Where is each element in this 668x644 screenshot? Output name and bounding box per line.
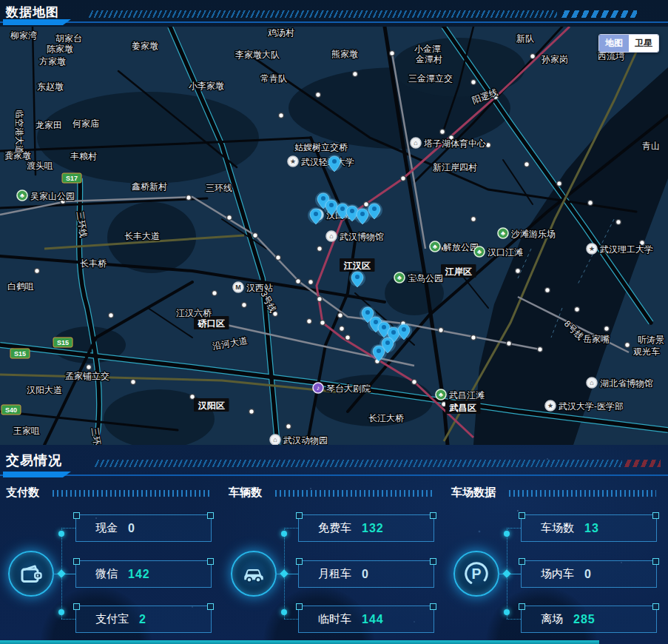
park-poi-glyph: ♣ — [501, 229, 505, 237]
metro-station-dot — [35, 269, 40, 274]
connector-node — [58, 609, 64, 615]
hatch-red-decor — [624, 460, 661, 467]
connector-line — [284, 528, 298, 529]
pin-dot — [391, 330, 396, 335]
site-poi-glyph: ⌂ — [273, 436, 277, 443]
park-poi-glyph: ♣ — [397, 274, 402, 281]
map-section-title: 数据地图 — [6, 4, 59, 21]
map-place-label: 孟家铺立交 — [65, 371, 109, 381]
stat-label: 免费车 — [318, 521, 351, 535]
map-place-label: 常青队 — [260, 73, 287, 84]
pin-dot — [314, 212, 318, 216]
metro-station-dot — [588, 201, 593, 206]
wallet-icon — [8, 551, 54, 597]
metro-station-dot — [412, 380, 417, 385]
metro-station-dot — [296, 279, 301, 284]
connector-node — [57, 569, 65, 577]
map-place-label: 岳家嘴 — [583, 334, 610, 344]
car-icon — [231, 551, 277, 597]
poi-label: 汉口江滩 — [487, 247, 523, 258]
hatch-bold-decor — [560, 10, 637, 18]
stat-box-exit-count: 离场 285 — [521, 606, 657, 633]
metro-station-dot — [524, 162, 530, 167]
poi-label: 琴台大剧院 — [326, 383, 371, 394]
map-place-label: 熊家墩 — [331, 49, 358, 59]
map-place-label: 金潭村 — [415, 54, 442, 64]
stat-box-free-car: 免费车 132 — [298, 514, 434, 542]
map-place-label: 白鹤咀 — [7, 281, 34, 292]
stat-box-inside-count: 场内车 0 — [521, 560, 657, 588]
map-place-label: 李家墩大队 — [235, 50, 280, 60]
pin-dot — [382, 325, 386, 329]
connector-node — [281, 609, 287, 615]
map-place-label: 汉阳大道 — [27, 385, 62, 395]
district-label: 汉阳区 — [198, 400, 225, 411]
school-poi-glyph: ★ — [290, 158, 296, 165]
park-poi-glyph: ♣ — [439, 391, 443, 398]
tick-decor — [275, 490, 433, 497]
metro-station-dot — [320, 321, 325, 326]
metro-station-dot — [131, 380, 136, 385]
group-title-payments: 支付数 — [6, 486, 39, 500]
map-canvas[interactable]: 江汉区江岸区硚口区汉阳区武昌区 S17S15S15S40 ♣吴家山公园♣解放公园… — [0, 27, 668, 445]
satellite-mode-button[interactable]: 卫星 — [629, 35, 658, 52]
metro-station-dot — [307, 319, 312, 324]
stat-label: 离场 — [541, 612, 563, 626]
accent-bar — [3, 19, 71, 25]
stat-label: 现金 — [95, 521, 118, 535]
map-place-label: 龙家田 — [36, 120, 62, 130]
poi-label: 吴家山公园 — [30, 191, 75, 201]
stat-value: 144 — [362, 613, 384, 626]
metro-station-dot — [276, 255, 281, 261]
map-place-label: 小金潭 — [414, 44, 441, 54]
metro-station-dot — [227, 215, 232, 221]
map-place-label: 方家墩 — [39, 56, 66, 67]
connector-line — [507, 619, 521, 620]
pin-dot — [329, 203, 334, 207]
stat-box-monthly-car: 月租车 0 — [298, 560, 434, 588]
pin-dot — [372, 207, 377, 211]
trade-section-header: 交易情况 — [0, 445, 668, 480]
stat-group-payments: 支付数 现金 0 微信 142 — [0, 480, 223, 640]
metro-station-dot — [625, 343, 630, 348]
stat-label: 支付宝 — [95, 612, 129, 626]
metro-station-dot — [440, 130, 445, 135]
metro-station-dot — [87, 365, 92, 370]
metro-station-dot — [390, 51, 395, 56]
metro-poi-glyph: M — [235, 284, 241, 291]
connector-line — [61, 619, 75, 620]
metro-station-dot — [516, 269, 521, 274]
map-place-label: 三金潭立交 — [408, 73, 453, 84]
metro-station-dot — [308, 280, 314, 285]
metro-station-dot — [557, 181, 562, 187]
metro-station-dot — [486, 143, 491, 148]
metro-station-dot — [604, 326, 610, 332]
map-place-label: 鑫桥新村 — [132, 181, 167, 192]
map-place-label: 姑嫂树立交桥 — [294, 142, 348, 152]
pin-dot — [350, 209, 354, 213]
hatch-decor — [95, 460, 622, 467]
road-badge: S15 — [14, 350, 26, 358]
pin-dot — [340, 207, 345, 211]
district-label: 武昌区 — [449, 403, 476, 413]
map-mode-button[interactable]: 地图 — [599, 35, 629, 52]
pin-dot — [374, 320, 378, 324]
data-map[interactable]: 江汉区江岸区硚口区汉阳区武昌区 S17S15S15S40 ♣吴家山公园♣解放公园… — [0, 27, 668, 445]
stat-label: 月租车 — [318, 567, 351, 581]
map-place-label: 东赵墩 — [37, 81, 64, 92]
site-poi-glyph: ⌂ — [414, 139, 417, 147]
pin-dot — [355, 275, 360, 279]
map-place-label: 柳家湾 — [10, 30, 37, 41]
poi-label: 武汉理工大学 — [600, 244, 653, 255]
stat-label: 场内车 — [541, 567, 574, 581]
metro-station-dot — [253, 233, 258, 238]
map-type-toggle: 地图 卫星 — [598, 34, 659, 53]
stats-section: 支付数 现金 0 微信 142 — [0, 480, 668, 640]
pin-dot — [332, 159, 337, 164]
road-badge: S17 — [66, 175, 78, 182]
poi-label: 武汉大学-医学部 — [559, 401, 624, 412]
stat-value: 132 — [362, 522, 384, 535]
poi-label: 塔子湖体育中心 — [423, 138, 486, 149]
metro-station-dot — [279, 113, 284, 118]
connector-node — [502, 569, 510, 577]
